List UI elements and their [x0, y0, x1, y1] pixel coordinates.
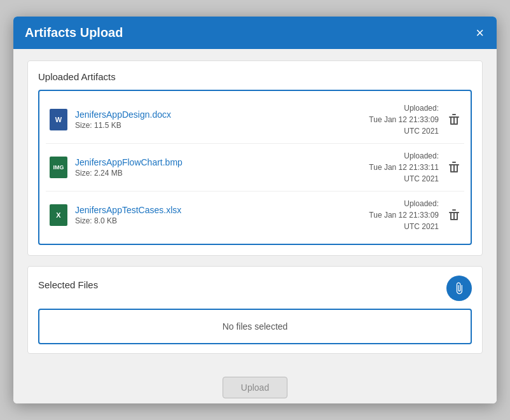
- svg-rect-15: [453, 213, 455, 220]
- delete-artifact-button[interactable]: [446, 111, 462, 128]
- svg-rect-4: [457, 117, 458, 124]
- artifact-right: Uploaded: Tue Jan 12 21:33:09 UTC 2021: [369, 198, 462, 232]
- svg-rect-8: [450, 165, 451, 172]
- svg-rect-1: [452, 114, 456, 115]
- artifact-size: Size: 8.0 KB: [75, 216, 181, 225]
- artifact-right: Uploaded: Tue Jan 12 21:33:09 UTC 2021: [369, 102, 462, 137]
- svg-rect-3: [453, 117, 455, 124]
- artifacts-upload-dialog: Artifacts Upload × Uploaded Artifacts W …: [13, 17, 497, 403]
- svg-rect-9: [453, 165, 455, 172]
- svg-rect-10: [457, 165, 458, 172]
- word-file-icon: W: [48, 108, 69, 132]
- selected-files-header: Selected Files: [38, 276, 472, 301]
- svg-rect-11: [450, 171, 458, 172]
- bmp-file-icon: IMG: [48, 155, 69, 179]
- artifact-info: JenifersAppFlowChart.bmp Size: 2.24 MB: [75, 157, 183, 178]
- artifact-upload-info: Uploaded: Tue Jan 12 21:33:09 UTC 2021: [369, 198, 439, 232]
- svg-rect-13: [452, 209, 456, 211]
- table-row: W JenifersAppDesign.docx Size: 11.5 KB U…: [46, 96, 464, 144]
- no-files-label: No files selected: [223, 321, 288, 332]
- artifact-upload-info: Uploaded: Tue Jan 12 21:33:11 UTC 2021: [369, 150, 439, 185]
- svg-rect-14: [450, 213, 451, 220]
- no-files-box: No files selected: [38, 309, 472, 344]
- upload-button[interactable]: Upload: [223, 377, 287, 398]
- delete-artifact-button[interactable]: [446, 207, 462, 223]
- artifact-name-link[interactable]: JenifersAppDesign.docx: [75, 109, 171, 120]
- artifact-right: Uploaded: Tue Jan 12 21:33:11 UTC 2021: [369, 150, 462, 185]
- artifact-left: W JenifersAppDesign.docx Size: 11.5 KB: [48, 108, 171, 132]
- artifact-name-link[interactable]: JenifersAppFlowChart.bmp: [75, 157, 183, 167]
- artifacts-list: W JenifersAppDesign.docx Size: 11.5 KB U…: [38, 90, 472, 245]
- artifact-info: JenifersAppDesign.docx Size: 11.5 KB: [75, 109, 171, 130]
- artifact-upload-info: Uploaded: Tue Jan 12 21:33:09 UTC 2021: [369, 102, 439, 137]
- selected-files-title: Selected Files: [38, 279, 98, 290]
- dialog-body: Uploaded Artifacts W JenifersAppDesign.d…: [13, 49, 497, 368]
- attach-files-button[interactable]: [446, 276, 472, 301]
- uploaded-artifacts-section: Uploaded Artifacts W JenifersAppDesign.d…: [27, 60, 483, 256]
- artifact-info: JenifersAppTestCases.xlsx Size: 8.0 KB: [75, 205, 181, 225]
- uploaded-artifacts-title: Uploaded Artifacts: [38, 71, 472, 82]
- delete-artifact-button[interactable]: [446, 159, 462, 176]
- selected-files-section: Selected Files No files selected: [27, 266, 483, 354]
- close-button[interactable]: ×: [474, 26, 485, 40]
- artifact-size: Size: 2.24 MB: [75, 169, 183, 178]
- svg-rect-5: [450, 123, 458, 125]
- table-row: IMG JenifersAppFlowChart.bmp Size: 2.24 …: [46, 144, 464, 192]
- artifact-name-link[interactable]: JenifersAppTestCases.xlsx: [75, 205, 181, 215]
- dialog-footer: Upload: [13, 368, 497, 403]
- svg-rect-17: [450, 219, 458, 220]
- artifact-size: Size: 11.5 KB: [75, 121, 171, 130]
- artifact-left: IMG JenifersAppFlowChart.bmp Size: 2.24 …: [48, 155, 183, 179]
- excel-file-icon: X: [48, 203, 69, 227]
- svg-rect-7: [452, 162, 456, 163]
- dialog-title: Artifacts Upload: [25, 25, 123, 40]
- svg-rect-2: [450, 117, 451, 124]
- dialog-header: Artifacts Upload ×: [13, 17, 497, 49]
- artifact-left: X JenifersAppTestCases.xlsx Size: 8.0 KB: [48, 203, 181, 227]
- svg-rect-16: [457, 213, 458, 220]
- table-row: X JenifersAppTestCases.xlsx Size: 8.0 KB…: [46, 192, 464, 239]
